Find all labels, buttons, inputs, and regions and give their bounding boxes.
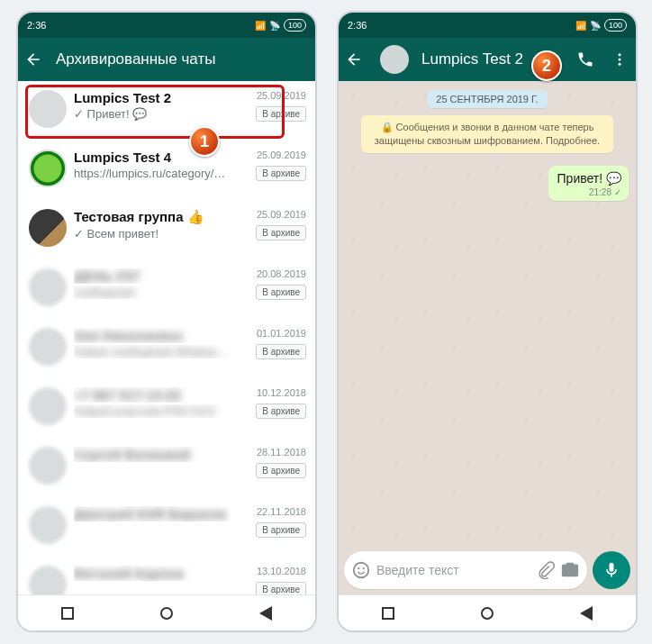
home-button[interactable]: [481, 607, 494, 620]
svg-point-5: [363, 567, 365, 569]
chat-item[interactable]: Зоя Николаевна Новое сообщение Whatsapp …: [18, 319, 315, 378]
encryption-notice[interactable]: 🔒 Сообщения и звонки в данном чате тепер…: [361, 115, 613, 153]
archive-badge: В архиве: [256, 522, 306, 538]
attach-icon[interactable]: [537, 561, 555, 579]
message-composer: Введите текст: [344, 551, 630, 589]
chat-date: 01.01.2019: [257, 328, 306, 339]
chat-name: +7 967 517-13-22: [74, 387, 231, 403]
message-text: Привет! 💬: [557, 171, 621, 186]
battery-icon: 100: [604, 19, 627, 32]
mic-button[interactable]: [593, 551, 630, 589]
outgoing-message[interactable]: Привет! 💬 21:28 ✓: [548, 166, 629, 201]
svg-point-0: [619, 53, 621, 56]
phone-icon: [576, 50, 594, 68]
status-bar: 2:36 📶📡 100: [339, 13, 636, 38]
voice-call-button[interactable]: [575, 50, 596, 68]
archive-badge: В архиве: [256, 463, 306, 478]
avatar: [29, 328, 67, 366]
avatar: [29, 209, 67, 247]
archive-badge: В архиве: [256, 582, 306, 594]
avatar: [29, 447, 67, 485]
chat-messages-pane[interactable]: 25 СЕНТЯБРЯ 2019 Г. 🔒 Сообщения и звонки…: [339, 81, 636, 594]
contact-avatar[interactable]: [380, 45, 409, 74]
chat-date: 25.09.2019: [257, 150, 306, 160]
check-icon: ✓: [614, 187, 621, 197]
chat-preview: Новый участник PSD 03.9: [74, 404, 231, 418]
archive-badge: В архиве: [256, 225, 306, 240]
svg-point-4: [358, 567, 359, 569]
chat-name: Виталий Карпов: [74, 566, 231, 581]
archive-badge: В архиве: [256, 285, 306, 300]
status-bar: 2:36 📶📡 100: [18, 13, 315, 38]
chat-title[interactable]: Lumpics Test 2: [421, 50, 528, 68]
android-nav-bar: [18, 594, 315, 630]
status-time: 2:36: [348, 20, 367, 31]
chat-item-lumpics-test-2[interactable]: Lumpics Test 2 ✓ Привет! 💬 25.09.2019 В …: [18, 81, 315, 141]
chat-date: 25.09.2019: [257, 209, 306, 220]
chat-name: Lumpics Test 2: [74, 90, 231, 105]
chat-app-bar: Lumpics Test 2: [339, 38, 636, 81]
archived-chat-list[interactable]: Lumpics Test 2 ✓ Привет! 💬 25.09.2019 В …: [18, 81, 315, 594]
chat-date: 25.09.2019: [257, 90, 306, 101]
chat-date: 22.11.2018: [257, 506, 306, 517]
archive-badge: В архиве: [256, 404, 306, 419]
chat-item[interactable]: Lumpics Test 4 https://lumpics.ru/catego…: [18, 141, 315, 200]
archive-badge: В архиве: [256, 344, 306, 359]
screen-title: Архивированные чаты: [56, 50, 310, 68]
back-nav-button[interactable]: [580, 606, 593, 621]
status-icons: 📶📡 100: [575, 19, 627, 32]
chat-preview: ✓ Привет! 💬: [74, 107, 231, 121]
status-icons: 📶📡 100: [255, 19, 306, 32]
avatar: [29, 566, 67, 594]
archive-badge: В архиве: [256, 166, 306, 181]
svg-point-1: [619, 59, 621, 61]
chat-item[interactable]: Виталий Карпов 13.10.2018 В архиве: [18, 557, 315, 594]
recents-button[interactable]: [61, 607, 74, 620]
step-marker-1: 1: [189, 126, 220, 157]
chat-date: 28.11.2018: [257, 447, 306, 458]
phone-chat-view: 2:36 📶📡 100 Lumpics Test 2 25 СЕНТЯБРЯ 2…: [337, 11, 638, 632]
chat-name: Сергей Волковой: [74, 447, 231, 462]
avatar: [29, 387, 67, 425]
message-input[interactable]: Введите текст: [344, 551, 587, 589]
battery-icon: 100: [284, 19, 306, 32]
android-nav-bar: [339, 594, 636, 630]
chat-item[interactable]: Сергей Волковой 28.11.2018 В архиве: [18, 438, 315, 497]
phone-archived-chats: 2:36 📶📡 100 Архивированные чаты Lumpics …: [16, 11, 317, 632]
camera-icon[interactable]: [560, 560, 580, 580]
chat-item[interactable]: +7 967 517-13-22 Новый участник PSD 03.9…: [18, 378, 315, 438]
chat-name: ДЕНЬ ЛУГ: [74, 268, 231, 284]
chat-preview: Новое сообщение Whatsapp работа: [74, 345, 231, 358]
chat-preview: сообщение: [74, 286, 231, 299]
avatar: [29, 90, 67, 128]
chat-date: 10.12.2018: [257, 387, 306, 398]
svg-point-3: [354, 563, 369, 578]
recents-button[interactable]: [382, 607, 394, 620]
chat-item[interactable]: Тестовая группа 👍 ✓ Всем привет! 25.09.2…: [18, 200, 315, 259]
chat-date: 13.10.2018: [257, 566, 306, 576]
archive-badge: В архиве: [256, 106, 306, 122]
emoji-icon[interactable]: [351, 560, 371, 580]
avatar: [29, 150, 67, 187]
avatar: [29, 268, 67, 306]
composer-placeholder: Введите текст: [376, 563, 531, 577]
more-button[interactable]: [609, 51, 630, 68]
back-button[interactable]: [23, 50, 43, 68]
avatar: [29, 506, 67, 544]
chat-preview: https://lumpics.ru/category/w…: [74, 167, 231, 180]
date-separator: 25 СЕНТЯБРЯ 2019 Г.: [427, 90, 547, 108]
home-button[interactable]: [160, 607, 173, 620]
chat-item[interactable]: Дмитрий КНЯ Баранов 22.11.2018 В архиве: [18, 497, 315, 557]
svg-point-2: [619, 63, 621, 66]
back-nav-button[interactable]: [259, 606, 272, 621]
chat-date: 20.08.2019: [257, 268, 306, 279]
app-bar: Архивированные чаты: [18, 38, 315, 81]
back-button[interactable]: [344, 50, 364, 68]
chat-preview: ✓ Всем привет!: [74, 227, 231, 240]
chat-name: Зоя Николаевна: [74, 328, 231, 343]
chat-name: Тестовая группа 👍: [74, 209, 231, 225]
chat-name: Дмитрий КНЯ Баранов: [74, 506, 231, 522]
chat-item[interactable]: ДЕНЬ ЛУГ сообщение 20.08.2019 В архиве: [18, 259, 315, 319]
mic-icon: [602, 561, 620, 579]
more-vert-icon: [611, 51, 628, 68]
